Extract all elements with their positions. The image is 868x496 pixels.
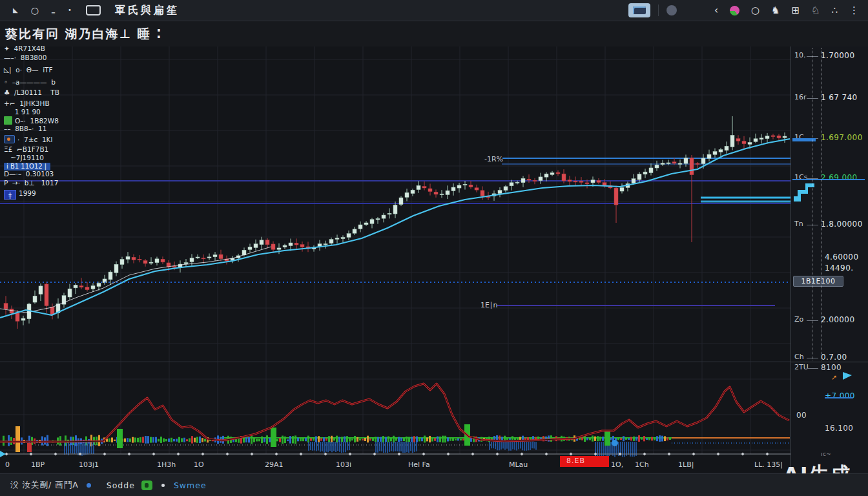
screen-icon: [633, 6, 646, 14]
bullet-icon: [161, 484, 165, 487]
x-axis-label: 0: [5, 460, 10, 469]
price-axis[interactable]: ➚ 10.1.7000016r1 67 7401C1.697.0001Cs2.6…: [790, 46, 868, 473]
chart-canvas[interactable]: -1R%1E∣n: [0, 46, 790, 460]
source-label: Sodde: [107, 480, 135, 490]
x-axis-label: 1H3h: [157, 460, 176, 469]
legend-row: Ξ£ ⌐B1F7B1: [4, 145, 48, 153]
legend-row: +⌐ 1JHK3HB: [4, 99, 50, 107]
up-arrow-icon: ➚: [831, 373, 837, 382]
status-circle-icon[interactable]: [666, 5, 677, 16]
price-axis-row: 1B1E100: [791, 277, 868, 287]
x-axis-label: LL. 135|: [754, 460, 783, 469]
price-axis-row: 16r1 67 740: [791, 93, 868, 103]
knight2-icon[interactable]: ♘: [811, 5, 820, 16]
current-price-badge: 1B1E100: [793, 276, 843, 287]
svg-text:-1R%: -1R%: [484, 155, 503, 163]
indicator-legend: ✦ 4R71X4B—–· 8B3800◺| o· Θ— iTF◦ –a———— …: [0, 46, 97, 205]
price-axis-row: Tn1.8.00000: [791, 220, 868, 229]
price-axis-row: +7.000: [791, 391, 868, 401]
legend-row: P →· b⊥ 1017: [4, 179, 58, 187]
legend-row: 1 91 90: [4, 108, 41, 116]
current-date-badge: 8.EB: [560, 456, 609, 467]
status-bar: 㳇 汝关㓰/ 画鬥A Sodde Swmee: [0, 473, 868, 496]
scatter-dots-icon[interactable]: ∴: [831, 5, 838, 16]
legend-row: —–· 8B3800: [4, 54, 46, 61]
x-axis-label: 1BP: [31, 460, 45, 469]
price-step-marker: [792, 182, 818, 204]
legend-row: ◺| o· Θ— iTF: [4, 66, 53, 74]
legend-row: D—·– 0.30103: [4, 170, 54, 178]
chart-region: -1R%1E∣n ✦ 4R71X4B—–· 8B3800◺| o· Θ— iTF…: [0, 46, 868, 473]
circle-icon[interactable]: ○: [31, 6, 39, 15]
x-axis-label: 1O,: [611, 460, 623, 469]
x-axis-label: Hel Fa: [408, 460, 430, 469]
legend-row: · 7±c 1Kl: [4, 135, 52, 143]
green-block-icon: [4, 116, 12, 125]
flag-icon: [843, 372, 852, 380]
price-axis-row: Ch0.7.00: [791, 353, 868, 362]
grid-icon[interactable]: ⊞: [791, 5, 800, 16]
toolbar-title: 軍氏與扁笙: [115, 4, 180, 17]
legend-row: –– 8B8–· 11: [4, 125, 46, 132]
lock-icon[interactable]: [141, 480, 152, 490]
x-axis-label: 1LB|: [678, 460, 694, 469]
price-axis-row: 4.60000: [791, 253, 868, 262]
price-axis-row: 00: [791, 411, 868, 420]
axis-dotted-guide: [822, 48, 822, 360]
x-axis-label: 29A1: [265, 460, 284, 469]
toolbar-separator: [658, 5, 659, 16]
x-axis-label: 1O: [194, 460, 204, 469]
blue-square-icon: ǂ: [4, 190, 16, 200]
chart-title: 葵比有冋 湖乃白海⊥ 睡 ⁚: [5, 26, 162, 43]
dash-icon[interactable]: ‗: [52, 7, 55, 14]
screen-button[interactable]: [628, 3, 650, 17]
legend-row: ✦ 4R71X4B: [4, 45, 45, 52]
price-axis-row: ıc~: [791, 451, 868, 460]
knight-icon[interactable]: ♞: [771, 5, 780, 16]
circle-outline-icon[interactable]: ○: [751, 5, 760, 16]
legend-row: ♣ /L30111 TB: [4, 88, 59, 96]
clipboard-icon[interactable]: [86, 5, 101, 16]
price-axis-row: 1Cs2.69.000: [791, 173, 868, 183]
status-left-text: 㳇 汝关㓰/ 画鬥A: [10, 480, 79, 491]
status-link[interactable]: Swmee: [174, 480, 207, 490]
price-axis-row: 14490.: [791, 264, 868, 273]
legend-row: ◦ –a———— b: [4, 78, 56, 86]
trading-app-window: ◣ ○ ‗ • 軍氏與扁笙 ‹ ○ ♞ ⊞ ♘ ∴ ⋮ 葵比有冋 湖乃白海⊥ 睡…: [0, 0, 868, 496]
x-axis-label: 1Ch: [635, 460, 649, 469]
chart-titlebar: 葵比有冋 湖乃白海⊥ 睡 ⁚: [0, 22, 868, 46]
cursor-icon[interactable]: ◣: [13, 7, 18, 14]
legend-row: ǂ1999: [4, 189, 36, 200]
toolbar-right-group: ‹ ○ ♞ ⊞ ♘ ∴ ⋮: [628, 3, 868, 17]
kebab-menu-icon[interactable]: ⋮: [849, 5, 859, 16]
price-axis-row: 16.100: [791, 424, 868, 433]
price-axis-row: 10.1.70000: [791, 51, 868, 61]
x-axis-label: MLau: [509, 460, 528, 469]
axis-dotted-guide: [812, 48, 812, 360]
top-toolbar: ◣ ○ ‗ • 軍氏與扁笙 ‹ ○ ♞ ⊞ ♘ ∴ ⋮: [0, 0, 868, 21]
blue-dot-icon: [87, 483, 91, 488]
legend-row: ~7J19110: [4, 154, 44, 161]
avatar-icon[interactable]: [730, 6, 739, 16]
legend-row: O–· 1B82W8: [4, 116, 59, 125]
x-axis-label: 103j1: [79, 460, 99, 469]
x-axis-label: 103i: [336, 460, 351, 469]
dot-icon[interactable]: •: [68, 7, 72, 14]
svg-text:1E∣n: 1E∣n: [480, 301, 497, 309]
chevron-left-icon[interactable]: ‹: [714, 5, 718, 16]
price-axis-row: 2TU8100: [791, 363, 868, 373]
price-axis-row: 1C1.697.000: [791, 133, 868, 143]
blue-box-icon: [4, 135, 15, 143]
price-axis-row: Zo2.00000: [791, 315, 868, 325]
